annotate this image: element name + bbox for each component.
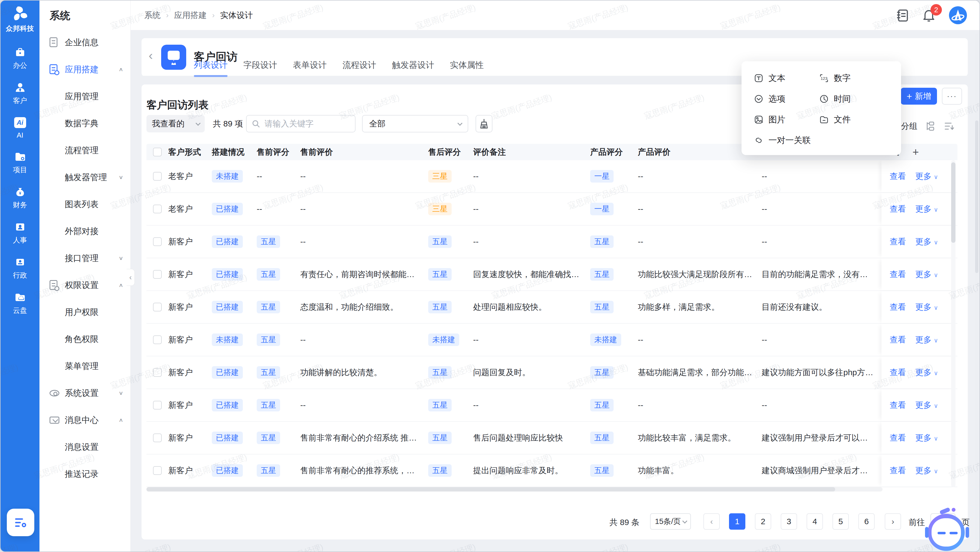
entity-tab[interactable]: 表单设计 bbox=[293, 59, 327, 71]
view-link[interactable]: 查看 bbox=[889, 171, 906, 182]
more-link[interactable]: 更多 bbox=[915, 334, 938, 346]
view-link[interactable]: 查看 bbox=[889, 400, 906, 411]
rail-item-customer[interactable]: 客户 bbox=[13, 81, 27, 105]
row-checkbox[interactable] bbox=[153, 270, 162, 279]
back-chevron-icon[interactable]: ‹ bbox=[149, 48, 153, 63]
menu-item-one-to-one[interactable]: 一对一关联 bbox=[754, 130, 819, 151]
horizontal-scrollbar-thumb[interactable] bbox=[146, 487, 835, 491]
category-filter-select[interactable]: 全部 bbox=[362, 115, 468, 132]
column-header[interactable]: 产品评分 bbox=[590, 147, 638, 158]
page-button[interactable]: 6 bbox=[858, 513, 875, 530]
more-link[interactable]: 更多 bbox=[915, 269, 938, 280]
page-button[interactable]: 2 bbox=[755, 513, 771, 530]
sort-icon[interactable] bbox=[943, 121, 955, 132]
page-button[interactable]: 4 bbox=[807, 513, 823, 530]
row-checkbox[interactable] bbox=[153, 303, 162, 311]
sidebar-collapse-handle[interactable]: ‹ bbox=[127, 269, 135, 286]
menu-item-number[interactable]: 123 数字 bbox=[819, 68, 901, 89]
clear-filter-button[interactable] bbox=[476, 115, 492, 132]
row-checkbox[interactable] bbox=[153, 466, 162, 475]
avatar[interactable] bbox=[949, 6, 967, 24]
view-filter-select[interactable]: 我查看的 bbox=[146, 115, 205, 132]
more-link[interactable]: 更多 bbox=[915, 432, 938, 444]
prev-page-button[interactable]: ‹ bbox=[703, 513, 720, 530]
group-by-icon[interactable] bbox=[925, 121, 936, 132]
notification-bell-icon[interactable]: 2 bbox=[922, 8, 935, 22]
search-input[interactable] bbox=[264, 119, 350, 129]
next-page-button[interactable]: › bbox=[885, 513, 901, 530]
more-link[interactable]: 更多 bbox=[915, 465, 938, 476]
more-link[interactable]: 更多 bbox=[915, 236, 938, 247]
sidebar-item[interactable]: 消息设置 bbox=[40, 434, 130, 461]
row-checkbox[interactable] bbox=[153, 401, 162, 410]
sidebar-item[interactable]: 触发器管理 ∨ bbox=[40, 164, 130, 191]
breadcrumb-item[interactable]: 应用搭建 bbox=[174, 10, 207, 21]
column-header[interactable]: 售后评分 bbox=[428, 147, 473, 158]
sidebar-item[interactable]: 应用管理 bbox=[40, 83, 130, 110]
rail-item-finance[interactable]: ¥ 财务 bbox=[13, 185, 27, 210]
quick-settings-fab[interactable] bbox=[7, 509, 34, 536]
row-checkbox[interactable] bbox=[153, 237, 162, 246]
menu-item-image[interactable]: 图片 bbox=[754, 109, 819, 130]
breadcrumb-item[interactable]: 系统 bbox=[144, 10, 161, 21]
add-column-icon[interactable]: + bbox=[913, 146, 919, 158]
more-link[interactable]: 更多 bbox=[915, 204, 938, 215]
add-button[interactable]: 新增 bbox=[901, 88, 937, 105]
sidebar-item[interactable]: 菜单管理 bbox=[40, 353, 130, 380]
view-link[interactable]: 查看 bbox=[889, 269, 906, 280]
view-link[interactable]: 查看 bbox=[889, 302, 906, 313]
sidebar-item[interactable]: 消息中心 ∧ bbox=[40, 407, 130, 434]
sidebar-item[interactable]: 系统设置 ∨ bbox=[40, 380, 130, 407]
column-header[interactable]: 售前评分 bbox=[257, 147, 300, 158]
sidebar-item[interactable]: 应用搭建 ∧ bbox=[40, 56, 130, 83]
more-link[interactable]: 更多 bbox=[915, 302, 938, 313]
menu-item-option[interactable]: 选项 bbox=[754, 89, 819, 109]
entity-tab[interactable]: 流程设计 bbox=[342, 59, 376, 71]
row-checkbox[interactable] bbox=[153, 335, 162, 344]
notebook-icon[interactable] bbox=[896, 8, 909, 22]
sidebar-item[interactable]: 流程管理 bbox=[40, 137, 130, 164]
rail-item-ai[interactable]: Ai AI bbox=[13, 116, 27, 139]
column-header[interactable]: 评价备注 bbox=[473, 147, 590, 158]
select-all-checkbox[interactable] bbox=[153, 148, 162, 156]
entity-tab[interactable]: 实体属性 bbox=[450, 59, 484, 71]
sidebar-item[interactable]: 权限设置 ∧ bbox=[40, 272, 130, 298]
view-link[interactable]: 查看 bbox=[889, 236, 906, 247]
sidebar-item[interactable]: 接口管理 ∨ bbox=[40, 245, 130, 272]
vertical-scrollbar-thumb[interactable] bbox=[951, 163, 956, 243]
sidebar-item[interactable]: 外部对接 bbox=[40, 218, 130, 245]
more-actions-button[interactable]: ··· bbox=[942, 88, 962, 105]
rail-item-clouddisk[interactable]: 云盘 bbox=[13, 291, 27, 315]
rail-item-admin[interactable]: 行政 bbox=[13, 256, 27, 280]
more-link[interactable]: 更多 bbox=[915, 171, 938, 182]
view-link[interactable]: 查看 bbox=[889, 465, 906, 476]
sidebar-item[interactable]: 图表列表 bbox=[40, 191, 130, 218]
sidebar-item[interactable]: 用户权限 bbox=[40, 298, 130, 325]
sidebar-item[interactable]: 数据字典 bbox=[40, 110, 130, 137]
sidebar-item[interactable]: 推送记录 bbox=[40, 461, 130, 487]
column-header[interactable]: 客户形式 bbox=[168, 147, 212, 158]
entity-tab[interactable]: 列表设计 bbox=[194, 59, 228, 71]
sidebar-item[interactable]: 角色权限 bbox=[40, 325, 130, 353]
view-link[interactable]: 查看 bbox=[889, 204, 906, 215]
menu-item-file[interactable]: 文件 bbox=[819, 109, 901, 130]
row-checkbox[interactable] bbox=[153, 368, 162, 377]
page-scrollbar-thumb[interactable] bbox=[975, 120, 978, 273]
menu-item-text[interactable]: 文本 bbox=[754, 68, 819, 89]
assistant-robot-widget[interactable] bbox=[926, 509, 969, 552]
column-header[interactable]: 搭建情况 bbox=[212, 147, 257, 158]
more-link[interactable]: 更多 bbox=[915, 400, 938, 411]
rail-item-project[interactable]: 项目 bbox=[13, 150, 27, 175]
entity-tab[interactable]: 触发器设计 bbox=[392, 59, 434, 71]
rail-item-office[interactable]: 办公 bbox=[13, 46, 27, 70]
column-header[interactable]: 售前评价 bbox=[300, 147, 428, 158]
page-button[interactable]: 1 bbox=[729, 513, 745, 530]
sidebar-item[interactable]: 企业信息 bbox=[40, 29, 130, 56]
view-link[interactable]: 查看 bbox=[889, 367, 906, 378]
page-size-select[interactable]: 15条/页 bbox=[650, 513, 691, 530]
page-button[interactable]: 3 bbox=[781, 513, 797, 530]
rail-item-hr[interactable]: 人事 bbox=[13, 221, 27, 245]
row-checkbox[interactable] bbox=[153, 172, 162, 181]
more-link[interactable]: 更多 bbox=[915, 367, 938, 378]
entity-tab[interactable]: 字段设计 bbox=[243, 59, 277, 71]
